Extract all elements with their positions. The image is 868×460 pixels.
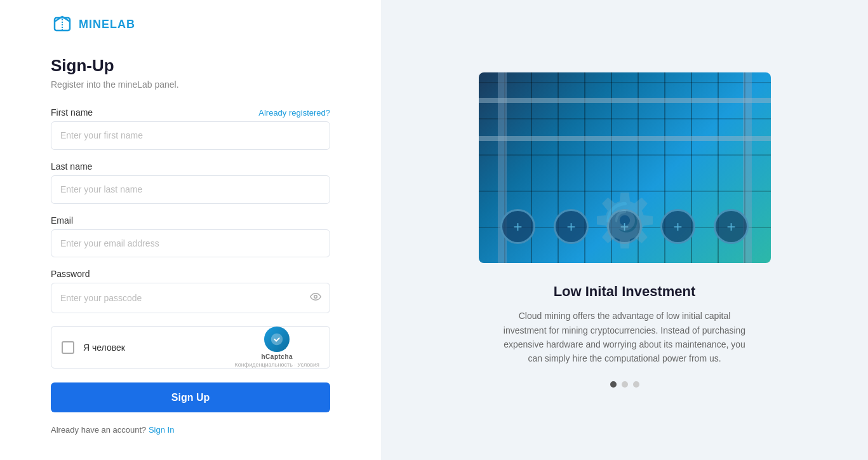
captcha-box[interactable]: Я человек hCaptcha Конфиденциальность · …	[51, 326, 330, 369]
right-panel: Low Inital Investment Cloud mining offer…	[381, 0, 868, 460]
captcha-brand-label: hCaptcha	[261, 353, 293, 360]
captcha-logo-area: hCaptcha Конфиденциальность · Условия	[235, 327, 319, 368]
carousel-dot-1[interactable]	[610, 381, 617, 388]
password-wrapper	[51, 283, 330, 313]
first-name-input[interactable]	[51, 121, 330, 150]
signin-link[interactable]: Sign In	[149, 425, 174, 435]
captcha-links-label: Конфиденциальность · Условия	[235, 362, 319, 368]
password-input[interactable]	[51, 283, 330, 313]
carousel-dots	[610, 381, 639, 388]
logo-area: MINELAB	[51, 13, 330, 36]
email-row: Email	[51, 215, 330, 226]
last-name-row: Last name	[51, 161, 330, 172]
carousel-dot-2[interactable]	[622, 381, 628, 388]
password-row: Password	[51, 269, 330, 279]
mining-image	[479, 72, 771, 263]
logo-icon	[51, 13, 74, 36]
signin-text: Already have an account? Sign In	[51, 425, 330, 435]
signup-title: Sign-Up	[51, 56, 330, 76]
svg-point-2	[314, 295, 317, 299]
last-name-label: Last name	[51, 161, 92, 172]
captcha-checkbox[interactable]	[62, 341, 74, 354]
eye-icon[interactable]	[310, 291, 321, 305]
captcha-label: Я человек	[83, 342, 235, 353]
slide-desc: Cloud mining offers the advantage of low…	[498, 309, 752, 366]
signup-subtitle: Register into the mineLab panel.	[51, 79, 330, 90]
carousel-dot-3[interactable]	[633, 381, 639, 388]
captcha-logo-icon	[264, 327, 290, 352]
email-label: Email	[51, 215, 73, 226]
logo-text: MINELAB	[79, 18, 135, 31]
last-name-input[interactable]	[51, 175, 330, 204]
first-name-row: First name Already registered?	[51, 107, 330, 118]
email-input[interactable]	[51, 229, 330, 258]
left-panel: MINELAB Sign-Up Register into the mineLa…	[0, 0, 381, 460]
first-name-label: First name	[51, 107, 93, 118]
signup-button[interactable]: Sign Up	[51, 382, 330, 412]
slide-title: Low Inital Investment	[554, 283, 696, 300]
already-registered-link[interactable]: Already registered?	[258, 108, 330, 118]
password-label: Password	[51, 269, 90, 279]
